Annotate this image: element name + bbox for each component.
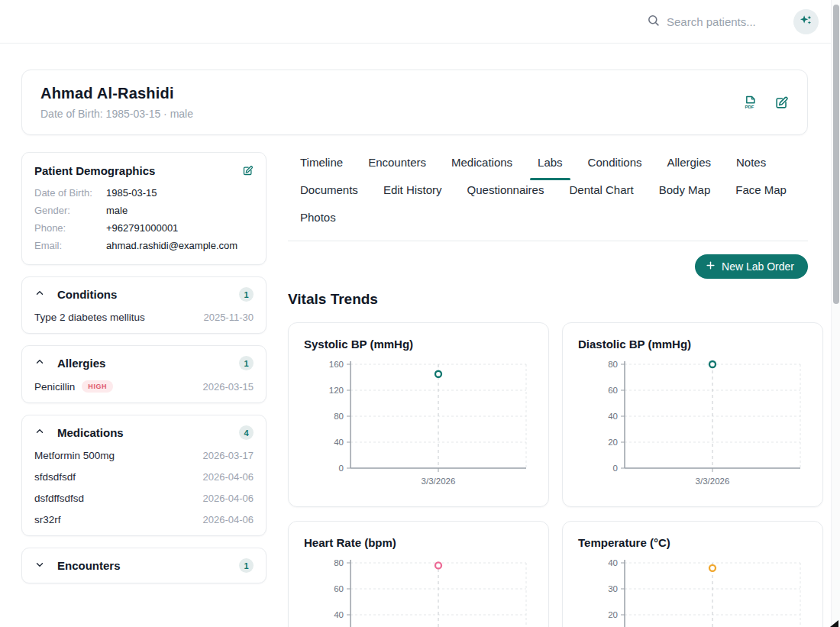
chevron-up-icon bbox=[34, 357, 45, 370]
vertical-scrollbar-thumb[interactable] bbox=[833, 5, 839, 304]
allergies-section-toggle[interactable]: Allergies 1 bbox=[34, 356, 254, 370]
tab-encounters[interactable]: Encounters bbox=[368, 154, 426, 171]
tab-documents[interactable]: Documents bbox=[300, 182, 358, 199]
demographics-fields: Date of Birth: 1985-03-15 Gender: male P… bbox=[34, 187, 254, 251]
tab-medications[interactable]: Medications bbox=[451, 154, 512, 171]
svg-text:0: 0 bbox=[613, 464, 618, 473]
tab-dental-chart[interactable]: Dental Chart bbox=[569, 182, 633, 199]
svg-text:3/3/2026: 3/3/2026 bbox=[422, 477, 456, 486]
patient-sidebar: Patient Demographics Date of Birth: 1985… bbox=[21, 152, 267, 627]
tab-notes[interactable]: Notes bbox=[736, 154, 766, 171]
svg-text:60: 60 bbox=[608, 386, 618, 395]
chart-title: Heart Rate (bpm) bbox=[304, 536, 533, 549]
chart-card-diastolic-bp: Diastolic BP (mmHg) 0204060803/3/2026 bbox=[562, 322, 823, 507]
chart-card-heart-rate: Heart Rate (bpm) 0204060803/3/2026 bbox=[288, 521, 549, 627]
count-badge: 4 bbox=[239, 425, 254, 440]
medication-item[interactable]: sr32rf 2026-04-06 bbox=[34, 514, 254, 525]
svg-text:40: 40 bbox=[334, 610, 344, 619]
chart-title: Diastolic BP (mmHg) bbox=[578, 338, 807, 351]
encounters-section-toggle[interactable]: Encounters 1 bbox=[34, 558, 254, 573]
medication-date: 2026-04-06 bbox=[203, 514, 254, 525]
record-tabs: Timeline Encounters Medications Labs Con… bbox=[288, 152, 808, 241]
demographics-card: Patient Demographics Date of Birth: 1985… bbox=[21, 152, 267, 265]
diastolic-bp-chart: 0204060803/3/2026 bbox=[578, 357, 807, 496]
edit-demographics-button[interactable] bbox=[242, 165, 254, 176]
pdf-file-icon: PDF bbox=[742, 101, 758, 112]
edit-pencil-icon bbox=[242, 167, 254, 179]
top-bar bbox=[0, 0, 840, 44]
search-field[interactable] bbox=[647, 14, 781, 30]
condition-date: 2025-11-30 bbox=[203, 312, 254, 323]
patient-name: Ahmad Al-Rashidi bbox=[40, 85, 193, 102]
patient-actions: PDF bbox=[742, 95, 789, 110]
pdf-label: PDF bbox=[745, 105, 754, 109]
ai-assistant-button[interactable] bbox=[793, 9, 819, 34]
export-pdf-button[interactable]: PDF bbox=[742, 95, 758, 110]
main-panel: Timeline Encounters Medications Labs Con… bbox=[288, 152, 808, 627]
medication-name: Metformin 500mg bbox=[34, 450, 115, 461]
chart-title: Temperature (°C) bbox=[578, 536, 807, 549]
conditions-section-toggle[interactable]: Conditions 1 bbox=[34, 287, 254, 302]
severity-badge: HIGH bbox=[82, 380, 113, 393]
edit-patient-button[interactable] bbox=[774, 95, 789, 110]
new-lab-order-label: New Lab Order bbox=[722, 260, 794, 273]
condition-name: Type 2 diabetes mellitus bbox=[34, 312, 145, 323]
field-value: male bbox=[106, 205, 254, 216]
medication-name: sfdsdfsdf bbox=[34, 471, 76, 483]
svg-text:60: 60 bbox=[334, 584, 344, 593]
section-title: Allergies bbox=[57, 357, 239, 370]
section-title: Encounters bbox=[57, 559, 239, 572]
svg-text:40: 40 bbox=[334, 438, 344, 447]
chart-card-temperature: Temperature (°C) 0102030403/3/2026 bbox=[562, 521, 823, 627]
new-lab-order-button[interactable]: New Lab Order bbox=[695, 254, 808, 279]
patient-header-card: Ahmad Al-Rashidi Date of Birth: 1985-03-… bbox=[21, 69, 808, 135]
svg-text:160: 160 bbox=[329, 360, 344, 369]
patient-identity: Ahmad Al-Rashidi Date of Birth: 1985-03-… bbox=[40, 85, 193, 120]
allergy-name: Penicillin bbox=[34, 381, 75, 393]
tab-edit-history[interactable]: Edit History bbox=[383, 182, 442, 199]
sparkles-icon bbox=[799, 13, 813, 30]
allergy-item[interactable]: Penicillin HIGH 2026-03-15 bbox=[34, 380, 254, 393]
field-label: Phone: bbox=[34, 222, 106, 234]
chevron-up-icon bbox=[34, 288, 45, 302]
chevron-down-icon bbox=[34, 559, 45, 573]
tab-labs[interactable]: Labs bbox=[538, 154, 563, 171]
svg-text:120: 120 bbox=[329, 386, 344, 395]
svg-text:40: 40 bbox=[608, 412, 618, 421]
tab-photos[interactable]: Photos bbox=[300, 209, 336, 226]
tab-timeline[interactable]: Timeline bbox=[300, 154, 343, 171]
medication-item[interactable]: Metformin 500mg 2026-03-17 bbox=[34, 450, 254, 461]
condition-item[interactable]: Type 2 diabetes mellitus 2025-11-30 bbox=[34, 312, 254, 323]
tab-body-map[interactable]: Body Map bbox=[659, 182, 711, 199]
medication-date: 2026-04-06 bbox=[203, 493, 254, 504]
search-input[interactable] bbox=[667, 15, 781, 28]
field-label: Gender: bbox=[34, 205, 106, 216]
allergy-date: 2026-03-15 bbox=[203, 381, 254, 393]
vertical-scrollbar-track[interactable] bbox=[831, 0, 840, 627]
medication-item[interactable]: dsfdffsdfsd 2026-04-06 bbox=[34, 493, 254, 504]
temperature-chart: 0102030403/3/2026 bbox=[578, 555, 807, 627]
edit-pencil-icon bbox=[774, 101, 789, 112]
section-title: Medications bbox=[57, 426, 239, 439]
medications-card: Medications 4 Metformin 500mg 2026-03-17… bbox=[21, 415, 267, 536]
section-title: Conditions bbox=[57, 288, 239, 301]
medication-item[interactable]: sfdsdfsdf 2026-04-06 bbox=[34, 471, 254, 483]
medication-name: dsfdffsdfsd bbox=[34, 493, 84, 504]
svg-text:3/3/2026: 3/3/2026 bbox=[696, 477, 730, 486]
tab-conditions[interactable]: Conditions bbox=[588, 154, 642, 171]
tab-face-map[interactable]: Face Map bbox=[735, 182, 787, 199]
medications-section-toggle[interactable]: Medications 4 bbox=[34, 425, 254, 440]
svg-text:80: 80 bbox=[334, 558, 344, 567]
search-icon bbox=[647, 14, 660, 30]
plus-icon bbox=[706, 260, 716, 273]
chevron-up-icon bbox=[34, 426, 45, 440]
medication-name: sr32rf bbox=[34, 514, 61, 525]
svg-text:40: 40 bbox=[608, 558, 618, 567]
chart-card-systolic-bp: Systolic BP (mmHg) 040801201603/3/2026 bbox=[288, 322, 549, 507]
systolic-bp-chart: 040801201603/3/2026 bbox=[304, 357, 533, 496]
tab-questionnaires[interactable]: Questionnaires bbox=[467, 182, 544, 199]
field-value: ahmad.rashidi@example.com bbox=[106, 240, 254, 251]
patient-subtitle: Date of Birth: 1985-03-15 · male bbox=[40, 108, 193, 120]
svg-text:30: 30 bbox=[608, 584, 618, 593]
tab-allergies[interactable]: Allergies bbox=[667, 154, 712, 171]
